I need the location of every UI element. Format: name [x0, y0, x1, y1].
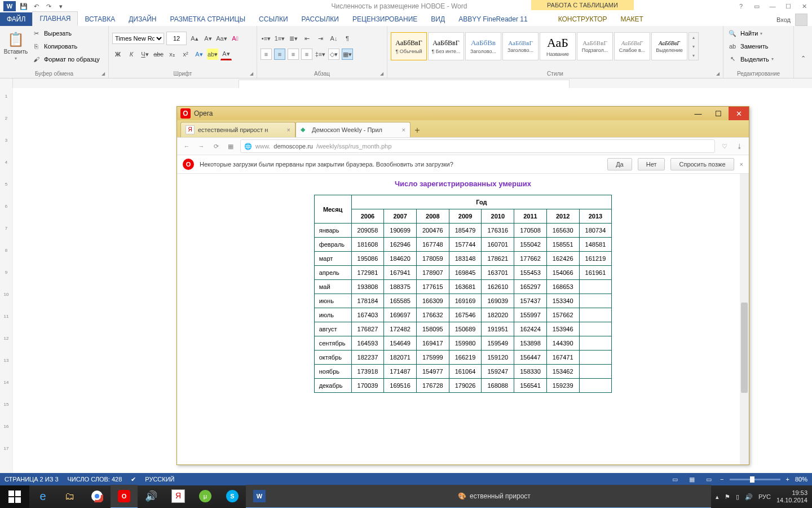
taskbar-utorrent[interactable]: μ	[192, 485, 219, 508]
undo-icon[interactable]: ↶	[32, 2, 41, 11]
close-icon[interactable]: ✕	[796, 1, 812, 12]
maximize-icon[interactable]: ☐	[780, 1, 796, 12]
infobar-yes-button[interactable]: Да	[607, 158, 632, 170]
strike-icon[interactable]: abc	[153, 49, 164, 60]
help-icon[interactable]: ?	[733, 1, 749, 12]
zoom-level[interactable]: 80%	[795, 476, 807, 483]
subscript-icon[interactable]: x₂	[166, 49, 178, 60]
taskbar-sound[interactable]: 🔊	[138, 485, 165, 508]
style-1[interactable]: АаБбВвГ¶ Без инте...	[428, 32, 464, 60]
tray-flag-icon[interactable]: ⚑	[725, 493, 730, 501]
minimize-icon[interactable]: —	[765, 1, 780, 12]
view-read-icon[interactable]: ▭	[669, 475, 681, 484]
find-button[interactable]: 🔍Найти▾	[727, 28, 790, 40]
new-tab-button[interactable]: +	[411, 124, 424, 137]
tab-table-design[interactable]: КОНСТРУКТОР	[551, 12, 614, 26]
shrink-font-icon[interactable]: A▾	[202, 33, 214, 44]
tab-review[interactable]: РЕЦЕНЗИРОВАНИЕ	[346, 12, 424, 26]
opera-close-icon[interactable]: ✕	[729, 107, 749, 120]
superscript-icon[interactable]: x²	[180, 49, 191, 60]
zoom-slider[interactable]	[730, 479, 780, 480]
bookmark-heart-icon[interactable]: ♡	[720, 143, 730, 150]
style-4[interactable]: АаБНазвание	[540, 32, 576, 60]
tray-chevron-icon[interactable]: ▴	[716, 493, 719, 501]
font-size-input[interactable]	[166, 32, 187, 45]
justify-icon[interactable]: ≡	[301, 49, 312, 60]
select-button[interactable]: ↖Выделить▾	[727, 53, 790, 65]
tab-references[interactable]: ССЫЛКИ	[252, 12, 294, 26]
font-launcher-icon[interactable]: ◢	[250, 71, 255, 77]
italic-icon[interactable]: К	[126, 49, 137, 60]
opera-scrollbar[interactable]	[740, 174, 749, 465]
text-effects-icon[interactable]: A▾	[193, 49, 205, 60]
style-6[interactable]: АаБбВвГСлабое в...	[614, 32, 650, 60]
status-words[interactable]: ЧИСЛО СЛОВ: 428	[68, 476, 122, 483]
taskbar-skype[interactable]: S	[219, 485, 246, 508]
style-2[interactable]: АаБбВвЗаголово...	[465, 32, 501, 60]
shading-icon[interactable]: ◇▾	[328, 49, 339, 60]
zoom-out-icon[interactable]: −	[720, 476, 723, 483]
tab-close-icon[interactable]: ×	[287, 126, 290, 133]
opera-minimize-icon[interactable]: —	[688, 107, 708, 120]
taskbar-opera[interactable]: O	[111, 485, 138, 508]
status-proofing-icon[interactable]: ✔	[131, 476, 136, 483]
taskbar-yandex[interactable]: Я	[165, 485, 192, 508]
show-marks-icon[interactable]: ¶	[342, 33, 353, 44]
tab-page-layout[interactable]: РАЗМЕТКА СТРАНИЦЫ	[164, 12, 253, 26]
align-left-icon[interactable]: ≡	[261, 49, 272, 60]
collapse-ribbon-icon[interactable]: ⌃	[797, 52, 809, 64]
tab-close-icon[interactable]: ×	[402, 126, 405, 133]
start-button[interactable]	[0, 485, 29, 508]
tab-table-layout[interactable]: МАКЕТ	[614, 12, 650, 26]
browser-tab-1[interactable]: Я естественный прирост н ×	[180, 122, 295, 137]
font-color-icon[interactable]: A▾	[220, 48, 232, 60]
speed-dial-icon[interactable]: ▦	[226, 143, 236, 150]
tab-insert[interactable]: ВСТАВКА	[78, 12, 122, 26]
tray-network-icon[interactable]: ▯	[736, 493, 739, 501]
tray-clock[interactable]: 19:53 14.10.2014	[776, 489, 807, 504]
copy-button[interactable]: ⎘Копировать	[30, 41, 100, 52]
taskbar-explorer[interactable]: 🗂	[56, 485, 83, 508]
tab-mailings[interactable]: РАССЫЛКИ	[295, 12, 346, 26]
ribbon-options-icon[interactable]: ▭	[749, 1, 765, 12]
styles-more-icon[interactable]: ▴▾▾	[689, 32, 699, 60]
forward-icon[interactable]: →	[196, 143, 206, 150]
zoom-in-icon[interactable]: +	[786, 476, 789, 483]
status-page[interactable]: СТРАНИЦА 2 ИЗ 3	[5, 476, 59, 483]
infobar-close-icon[interactable]: ×	[740, 161, 743, 168]
bold-icon[interactable]: Ж	[112, 49, 123, 60]
opera-maximize-icon[interactable]: ☐	[708, 107, 729, 120]
back-icon[interactable]: ←	[182, 143, 192, 150]
tab-abbyy[interactable]: ABBYY FineReader 11	[452, 12, 535, 26]
multilevel-icon[interactable]: ≣▾	[288, 33, 299, 44]
tab-home[interactable]: ГЛАВНАЯ	[32, 11, 78, 26]
style-0[interactable]: АаБбВвГ¶ Обычный	[391, 32, 427, 60]
underline-icon[interactable]: Ч▾	[139, 49, 151, 60]
status-language[interactable]: РУССКИЙ	[145, 476, 174, 483]
cut-button[interactable]: ✂Вырезать	[30, 28, 100, 40]
paste-button[interactable]: 📋 Вставить ▾	[3, 28, 28, 65]
change-case-icon[interactable]: Aa▾	[216, 33, 227, 44]
view-web-icon[interactable]: ▭	[703, 475, 714, 484]
reload-icon[interactable]: ⟳	[211, 143, 221, 150]
tab-view[interactable]: ВИД	[424, 12, 452, 26]
browser-tab-2[interactable]: ◆ Демоскоп Weekly - Прил ×	[295, 122, 411, 137]
bullets-icon[interactable]: •≡▾	[261, 33, 272, 44]
opera-titlebar[interactable]: O Opera — ☐ ✕	[177, 107, 749, 120]
tray-volume-icon[interactable]: 🔊	[745, 493, 753, 501]
format-painter-button[interactable]: 🖌Формат по образцу	[30, 53, 100, 65]
taskbar-ie[interactable]: e	[29, 485, 56, 508]
style-7[interactable]: АаБбВвГВыделение	[651, 32, 687, 60]
downloads-icon[interactable]: ⭳	[734, 143, 744, 150]
signin-label[interactable]: Вход	[776, 16, 791, 23]
redo-icon[interactable]: ↷	[44, 2, 53, 11]
tab-design[interactable]: ДИЗАЙН	[122, 12, 163, 26]
replace-button[interactable]: abЗаменить	[727, 41, 790, 52]
paragraph-launcher-icon[interactable]: ◢	[380, 71, 386, 77]
infobar-later-button[interactable]: Спросить позже	[670, 158, 734, 170]
save-icon[interactable]: 💾	[19, 2, 28, 11]
taskbar-paint[interactable]: 🎨 ественный прирост	[273, 485, 711, 508]
qat-dropdown-icon[interactable]: ▾	[56, 2, 65, 11]
infobar-no-button[interactable]: Нет	[638, 158, 665, 170]
numbering-icon[interactable]: 1≡▾	[274, 33, 285, 44]
